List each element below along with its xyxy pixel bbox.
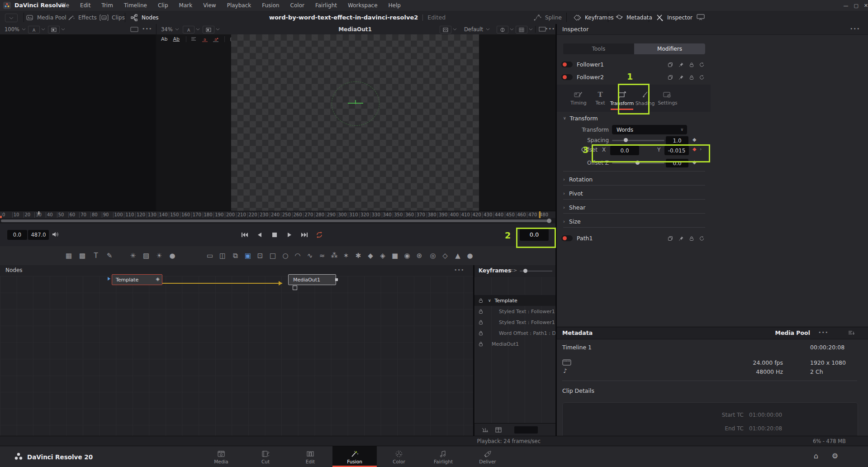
- node-input-icon[interactable]: [107, 276, 111, 281]
- menu-item-help[interactable]: Help: [386, 2, 403, 9]
- menu-item-color[interactable]: Color: [288, 2, 307, 9]
- collapsed-section-size[interactable]: ›Size: [563, 216, 705, 226]
- spread-view-icon[interactable]: [482, 427, 489, 433]
- saver-tool-icon[interactable]: ⊡: [255, 250, 266, 262]
- glow-tool-icon[interactable]: ☀: [154, 250, 165, 262]
- paint-tool-icon[interactable]: ✎: [104, 250, 115, 262]
- panel-layout-icon[interactable]: [697, 14, 706, 21]
- node-output-port[interactable]: [335, 278, 338, 281]
- collapsed-section-rotation[interactable]: ›Rotation: [563, 174, 705, 184]
- inspector-overflow-menu[interactable]: •••: [850, 26, 863, 33]
- keyframes-filter-field[interactable]: [514, 426, 538, 434]
- menu-item-fusion[interactable]: Fusion: [260, 2, 281, 9]
- chevron-down-icon[interactable]: [61, 28, 65, 31]
- node-mask-port[interactable]: [293, 286, 297, 290]
- pin-icon[interactable]: [678, 236, 684, 242]
- toolbar-button-media-pool[interactable]: Media Pool: [26, 11, 66, 24]
- page-tab-media[interactable]: Media: [199, 447, 243, 467]
- right-viewer-view-select[interactable]: [203, 26, 214, 33]
- page-tab-deliver[interactable]: Deliver: [465, 447, 510, 467]
- window-controls[interactable]: —▢✕: [832, 0, 868, 11]
- spacing-slider-handle[interactable]: [624, 138, 628, 142]
- viewer-gamut-select[interactable]: [440, 26, 451, 33]
- viewer-lut-select[interactable]: Default: [464, 24, 496, 34]
- tool-tab-timing[interactable]: Timing: [568, 86, 589, 111]
- right-viewer-zoom-select[interactable]: 34%: [161, 24, 179, 34]
- home-button[interactable]: ⌂: [811, 452, 821, 462]
- toolbar-button-nodes[interactable]: Nodes: [130, 11, 159, 24]
- page-tab-edit[interactable]: Edit: [288, 447, 332, 467]
- toolbar-button-effects[interactable]: Effects: [68, 11, 97, 24]
- lock-icon[interactable]: [689, 75, 695, 81]
- menu-item-clip[interactable]: Clip: [156, 2, 171, 9]
- rectangle-mask-icon[interactable]: □: [267, 250, 278, 262]
- keyframes-zoom-handle[interactable]: [523, 269, 527, 273]
- spacing-value-field[interactable]: 1.0: [666, 136, 688, 145]
- toolbar-button-inspector[interactable]: Inspector: [656, 11, 693, 24]
- reset-icon[interactable]: [699, 62, 705, 68]
- node-mediaout[interactable]: MediaOut1: [288, 274, 336, 285]
- scrollbar-endcap[interactable]: [547, 219, 551, 223]
- collapsed-section-shear[interactable]: ›Shear: [563, 202, 705, 212]
- toolbar-button-metadata[interactable]: Metadata: [615, 11, 652, 24]
- left-viewer-channel-select[interactable]: A: [28, 26, 40, 33]
- keyframes-nav-icon[interactable]: <>: [509, 267, 517, 275]
- left-viewer-float-icon[interactable]: [130, 27, 138, 32]
- ellipse-mask-icon[interactable]: ○: [280, 250, 291, 262]
- reset-icon[interactable]: [699, 236, 705, 242]
- filter-tool-icon[interactable]: ▨: [141, 250, 152, 262]
- duration-field[interactable]: 487.0: [28, 230, 49, 240]
- right-viewer-channel-select[interactable]: A: [183, 26, 194, 33]
- tab-modifiers[interactable]: Modifiers: [634, 43, 705, 54]
- table-view-icon[interactable]: [495, 427, 502, 433]
- bspline-mask-icon[interactable]: ∿: [304, 250, 315, 262]
- chevron-down-icon[interactable]: [216, 28, 220, 31]
- page-tab-cut[interactable]: Cut: [243, 447, 288, 467]
- wand-mask-icon[interactable]: ≈: [317, 250, 327, 262]
- stop-button[interactable]: [269, 229, 280, 241]
- chevron-down-icon[interactable]: ∨: [488, 298, 491, 303]
- menu-item-workspace[interactable]: Workspace: [346, 2, 380, 9]
- shape3d-tool-icon[interactable]: ■: [389, 250, 400, 262]
- lock-icon[interactable]: [478, 319, 484, 325]
- mediain-tool-icon[interactable]: ▭: [204, 250, 215, 262]
- collapsed-section-pivot[interactable]: ›Pivot: [563, 188, 705, 198]
- keyframe-row[interactable]: MediaOut1: [474, 338, 555, 349]
- lock-icon[interactable]: [689, 62, 695, 68]
- speaker-icon[interactable]: [52, 231, 59, 238]
- menu-item-fairlight[interactable]: Fairlight: [313, 2, 339, 9]
- menu-item-edit[interactable]: Edit: [78, 2, 93, 9]
- mediaout-tool-icon[interactable]: ▣: [242, 250, 253, 262]
- modifier-row-follower2[interactable]: Follower2: [557, 71, 868, 84]
- scrollbar-thumb[interactable]: [1, 219, 549, 222]
- pmerge-tool-icon[interactable]: ✶: [341, 250, 351, 262]
- window-minimize-button[interactable]: —: [843, 3, 848, 9]
- menu-item-file[interactable]: File: [58, 2, 71, 9]
- spacing-keyframe-icon[interactable]: ◆: [693, 137, 699, 144]
- node-graph[interactable]: Template◈MediaOut1: [0, 276, 473, 436]
- align-lines-icon[interactable]: [191, 37, 196, 42]
- lock-icon[interactable]: [478, 330, 484, 336]
- chevron-down-icon[interactable]: [41, 28, 45, 31]
- polygon-mask-icon[interactable]: ◠: [292, 250, 303, 262]
- play-reverse-button[interactable]: [254, 229, 266, 241]
- tool-tab-settings[interactable]: Settings: [657, 86, 678, 111]
- tab-tools[interactable]: Tools: [563, 43, 634, 54]
- go-to-start-button[interactable]: [239, 229, 251, 241]
- modifier-row-follower1[interactable]: Follower1: [557, 58, 868, 71]
- camera3d-tool-icon[interactable]: ◎: [427, 250, 438, 262]
- text3d-tool-icon[interactable]: ▲: [452, 250, 463, 262]
- colorcorrect-tool-icon[interactable]: ●: [167, 250, 178, 262]
- viewer-grid-select[interactable]: [516, 26, 527, 33]
- pin-icon[interactable]: [678, 62, 684, 68]
- lock-icon[interactable]: [689, 236, 695, 242]
- current-time-field[interactable]: 0.0: [7, 230, 27, 240]
- loader-tool-icon[interactable]: ◫: [217, 250, 228, 262]
- prender-tool-icon[interactable]: ✱: [353, 250, 364, 262]
- timeline-ruler[interactable]: 0102030405060708090100110120130140150160…: [0, 211, 555, 219]
- pin-icon[interactable]: [678, 75, 684, 81]
- transform-section-header[interactable]: ∨Transform: [563, 114, 654, 122]
- light3d-tool-icon[interactable]: ◇: [440, 250, 451, 262]
- menu-item-playback[interactable]: Playback: [225, 2, 254, 9]
- char-red-align-icon[interactable]: a: [202, 37, 208, 42]
